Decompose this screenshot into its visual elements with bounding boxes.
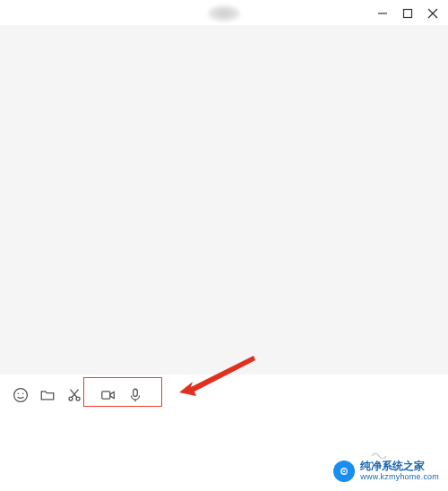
- close-button[interactable]: [426, 7, 439, 20]
- svg-rect-1: [404, 10, 412, 18]
- svg-point-5: [17, 392, 19, 394]
- watermark-logo-icon: [333, 461, 355, 482]
- svg-point-17: [343, 470, 345, 472]
- svg-line-9: [72, 390, 78, 398]
- watermark-text: 纯净系统之家 www.kzmyhome.com: [360, 461, 439, 481]
- emoji-icon[interactable]: [13, 387, 29, 403]
- svg-rect-12: [134, 389, 138, 396]
- svg-line-10: [71, 390, 77, 398]
- video-call-icon[interactable]: [100, 387, 116, 403]
- microphone-icon[interactable]: [127, 387, 143, 403]
- svg-rect-11: [102, 392, 110, 399]
- watermark: 纯净系统之家 www.kzmyhome.com: [333, 461, 439, 482]
- minimize-button[interactable]: [376, 7, 389, 20]
- chat-messages-area: [0, 25, 448, 375]
- scissors-icon[interactable]: [66, 387, 82, 403]
- svg-point-4: [14, 389, 28, 402]
- maximize-button[interactable]: [401, 7, 414, 20]
- chat-input-toolbar: [0, 382, 448, 409]
- watermark-title: 纯净系统之家: [360, 461, 439, 472]
- window-controls: [376, 7, 439, 20]
- svg-point-6: [22, 392, 24, 394]
- decorative-icon: [371, 446, 387, 455]
- watermark-url: www.kzmyhome.com: [360, 473, 439, 482]
- folder-icon[interactable]: [39, 387, 56, 403]
- chat-title-blurred: [208, 5, 240, 22]
